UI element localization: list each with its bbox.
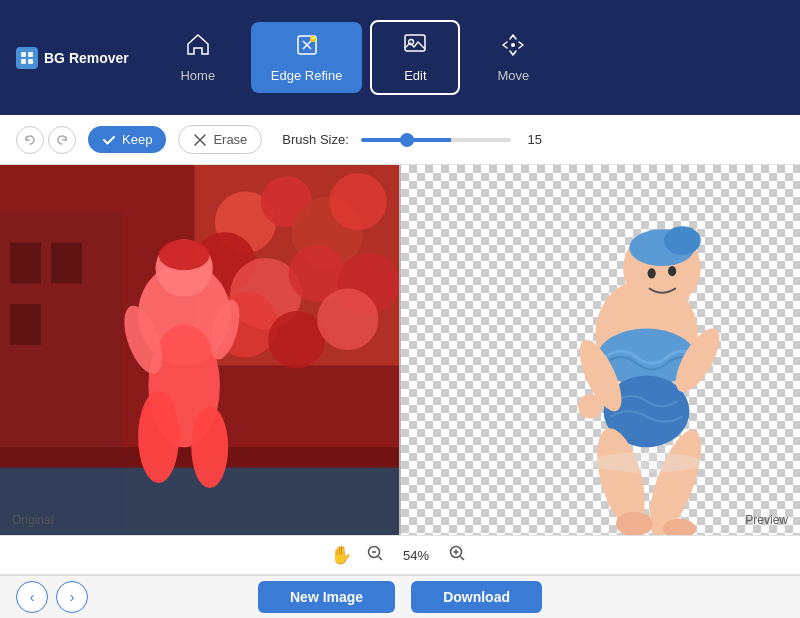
zoom-out-button[interactable] — [362, 540, 388, 570]
svg-line-54 — [379, 557, 383, 561]
bottom-bar-inner: ‹ › New Image Download — [0, 581, 800, 613]
brush-value: 15 — [523, 132, 547, 147]
keep-button[interactable]: Keep — [88, 126, 166, 153]
new-image-button[interactable]: New Image — [258, 581, 395, 613]
next-button[interactable]: › — [56, 581, 88, 613]
edge-refine-label: Edge Refine — [271, 68, 343, 83]
svg-rect-6 — [405, 35, 425, 51]
toolbar: Keep Erase Brush Size: 15 — [0, 115, 800, 165]
svg-point-8 — [511, 43, 515, 47]
edit-svg — [402, 32, 428, 58]
erase-icon — [193, 133, 207, 147]
svg-rect-3 — [28, 59, 33, 64]
new-image-label: New Image — [290, 589, 363, 605]
preview-label: Preview — [745, 513, 788, 527]
redo-button[interactable] — [48, 126, 76, 154]
svg-point-21 — [317, 289, 378, 350]
nav-arrows: ‹ › — [16, 581, 88, 613]
move-label: Move — [497, 68, 529, 83]
erase-button[interactable]: Erase — [178, 125, 262, 154]
svg-point-14 — [329, 173, 386, 230]
svg-point-32 — [191, 406, 228, 488]
zoom-level: 54% — [398, 548, 434, 563]
home-icon — [185, 32, 211, 62]
home-svg — [185, 32, 211, 58]
move-svg — [500, 32, 526, 58]
logo-icon — [16, 47, 38, 69]
svg-point-40 — [648, 268, 656, 278]
svg-point-31 — [138, 391, 179, 483]
svg-point-20 — [268, 311, 325, 368]
svg-rect-23 — [10, 243, 41, 284]
zoom-in-button[interactable] — [444, 540, 470, 570]
svg-rect-0 — [21, 52, 26, 57]
brush-size-slider[interactable] — [361, 138, 511, 142]
nav-item-edit[interactable]: Edit — [370, 20, 460, 95]
canvas-area: Original — [0, 165, 800, 535]
hand-icon: ✋ — [330, 544, 352, 566]
undo-redo-group — [16, 126, 76, 154]
prev-button[interactable]: ‹ — [16, 581, 48, 613]
nav-item-edge-refine[interactable]: Edge Refine — [251, 22, 363, 93]
brush-size-label: Brush Size: — [282, 132, 348, 147]
erase-label: Erase — [213, 132, 247, 147]
svg-point-39 — [664, 226, 701, 255]
original-svg — [0, 165, 399, 535]
svg-point-35 — [159, 240, 210, 271]
svg-rect-24 — [51, 243, 82, 284]
zoom-bar: ✋ 54% — [0, 535, 800, 575]
download-label: Download — [443, 589, 510, 605]
svg-rect-25 — [10, 304, 41, 345]
original-panel: Original — [0, 165, 401, 535]
original-label: Original — [12, 513, 53, 527]
svg-rect-1 — [28, 52, 33, 57]
download-button[interactable]: Download — [411, 581, 542, 613]
preview-panel: Preview — [401, 165, 800, 535]
nav-item-home[interactable]: Home — [153, 22, 243, 93]
nav-item-move[interactable]: Move — [468, 22, 558, 93]
home-label: Home — [180, 68, 215, 83]
redo-icon — [55, 133, 69, 147]
logo-svg — [20, 51, 34, 65]
keep-icon — [102, 133, 116, 147]
original-image — [0, 165, 399, 535]
app-title: BG Remover — [44, 50, 129, 66]
svg-rect-2 — [21, 59, 26, 64]
svg-point-48 — [578, 394, 603, 419]
svg-point-51 — [590, 452, 703, 472]
edge-refine-svg — [294, 32, 320, 58]
prev-label: ‹ — [30, 589, 35, 605]
preview-image — [401, 165, 800, 535]
zoom-out-icon — [366, 544, 384, 562]
undo-icon — [23, 133, 37, 147]
edit-label: Edit — [404, 68, 426, 83]
next-label: › — [70, 589, 75, 605]
app-logo: BG Remover — [16, 47, 129, 69]
undo-button[interactable] — [16, 126, 44, 154]
svg-point-41 — [668, 266, 676, 276]
header: BG Remover Home Edge Refine — [0, 0, 800, 115]
keep-label: Keep — [122, 132, 152, 147]
bottom-bar: ‹ › New Image Download — [0, 575, 800, 618]
zoom-in-icon — [448, 544, 466, 562]
preview-svg — [401, 165, 800, 535]
move-icon — [500, 32, 526, 62]
edge-refine-icon — [294, 32, 320, 62]
edit-icon — [402, 32, 428, 62]
svg-line-58 — [461, 557, 465, 561]
